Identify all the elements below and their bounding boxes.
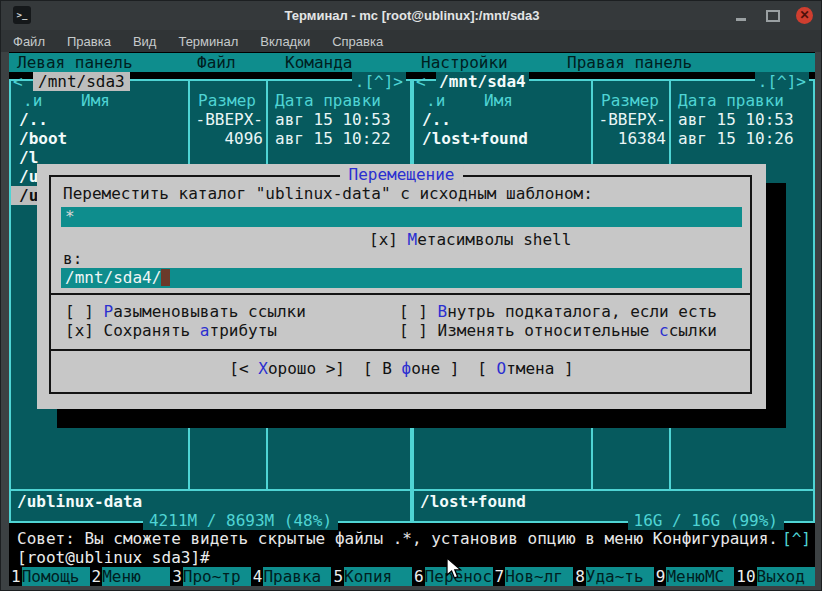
right-panel-path[interactable]: /mnt/sda4 xyxy=(436,72,529,91)
left-header-name[interactable]: Имя xyxy=(81,91,110,110)
relative-symlinks-checkbox[interactable]: [ ] Изменять относительные ссылки xyxy=(399,321,717,340)
fkey-menu[interactable]: 2Меню xyxy=(90,567,171,586)
function-key-bar: 1Помощь 2Меню 3Про~тр 4Правка 5Копия 6Пе… xyxy=(9,567,815,586)
dereference-checkbox[interactable]: [ ] Разыменовывать ссылки xyxy=(65,302,306,321)
right-panel-history-arrow[interactable]: < xyxy=(416,72,426,91)
source-mask-input[interactable]: * xyxy=(61,207,742,227)
right-panel-usage: 16G / 16G (99%) xyxy=(412,511,784,530)
fkey-help[interactable]: 1Помощь xyxy=(9,567,90,586)
fkey-mkdir[interactable]: 7Нов~лг xyxy=(493,567,574,586)
right-header-name[interactable]: Имя xyxy=(484,91,513,110)
file-row-name[interactable]: /u xyxy=(19,167,38,186)
menu-view[interactable]: Вид xyxy=(133,34,157,49)
mc-menu-file[interactable]: Файл xyxy=(197,53,236,72)
terminal-canvas[interactable]: Левая панель Файл Команда Настройки Прав… xyxy=(9,52,815,586)
menu-terminal[interactable]: Терминал xyxy=(178,34,238,49)
fkey-pulldn[interactable]: 9МенюМС xyxy=(654,567,735,586)
left-panel-path[interactable]: /mnt/sda3 xyxy=(33,72,130,91)
left-panel-history-arrow[interactable]: < xyxy=(13,72,23,91)
ok-button[interactable]: [< Хорошо >] xyxy=(229,359,345,378)
fkey-copy[interactable]: 5Копия xyxy=(331,567,412,586)
titlebar: >_ Терминал - mc [root@ublinux]:/mnt/sda… xyxy=(1,1,822,30)
minimize-button[interactable] xyxy=(732,7,750,25)
file-row-size: -ВВЕРХ- xyxy=(191,110,263,129)
left-header-size[interactable]: Размер xyxy=(191,91,263,110)
text-cursor xyxy=(161,269,170,286)
right-header-mtime[interactable]: Дата правки xyxy=(678,91,784,110)
fkey-view[interactable]: 3Про~тр xyxy=(170,567,251,586)
dialog-title: Перемещение xyxy=(340,166,464,184)
dialog-divider xyxy=(49,293,752,295)
file-row-name[interactable]: /l xyxy=(19,148,38,167)
file-row-name[interactable]: /.. xyxy=(422,110,451,129)
fkey-delete[interactable]: 8Уда~ть xyxy=(573,567,654,586)
terminal-window: >_ Терминал - mc [root@ublinux]:/mnt/sda… xyxy=(0,0,822,591)
file-row-size: -ВВЕРХ- xyxy=(594,110,666,129)
background-button[interactable]: [ В фоне ] xyxy=(363,359,459,378)
file-row-name[interactable]: /lost+found xyxy=(422,129,528,148)
minimize-icon xyxy=(736,18,746,21)
hint-line: Совет: Вы сможете видеть скрытые файлы .… xyxy=(17,529,778,548)
dialog-buttons: [< Хорошо >] [ В фоне ] [ Отмена ] xyxy=(37,359,766,378)
left-mini-status: /ublinux-data xyxy=(17,492,142,511)
mc-menu-command[interactable]: Команда xyxy=(285,53,352,72)
shell-patterns-checkbox[interactable]: [x] Метасимволы shell xyxy=(369,230,571,249)
maximize-button[interactable] xyxy=(764,7,782,25)
app-menubar: Файл Правка Вид Терминал Вкладки Справка xyxy=(1,30,822,52)
into-subdir-checkbox[interactable]: [ ] Внутрь подкаталога, если есть xyxy=(399,302,717,321)
left-panel-usage: 4211M / 8693M (48%) xyxy=(69,511,412,530)
right-mini-status: /lost+found xyxy=(420,492,526,511)
left-header-mtime[interactable]: Дата правки xyxy=(275,91,381,110)
move-dialog: Перемещение Переместить каталог "ublinux… xyxy=(37,164,766,409)
mc-menu-options[interactable]: Настройки xyxy=(421,53,508,72)
scroll-up-indicator[interactable]: [^] xyxy=(782,529,811,548)
dialog-prompt: Переместить каталог "ublinux-data" с исх… xyxy=(63,184,593,203)
cancel-button[interactable]: [ Отмена ] xyxy=(477,359,573,378)
right-panel-scroll-marker[interactable]: .[^]> xyxy=(752,72,809,91)
mc-menu-right-panel[interactable]: Правая панель xyxy=(567,53,692,72)
window-controls: ✕ xyxy=(732,1,813,30)
destination-input[interactable]: /mnt/sda4/ xyxy=(61,268,742,288)
window-title: Терминал - mc [root@ublinux]:/mnt/sda3 xyxy=(1,1,822,30)
dialog-divider xyxy=(49,349,752,351)
file-row-size: 4096 xyxy=(191,129,263,148)
mouse-cursor xyxy=(446,557,462,580)
menu-tabs[interactable]: Вкладки xyxy=(260,34,310,49)
file-row-mtime: авг 15 10:22 xyxy=(275,129,391,148)
file-row-name[interactable]: /.. xyxy=(19,110,48,129)
fkey-edit[interactable]: 4Правка xyxy=(251,567,332,586)
close-button[interactable]: ✕ xyxy=(796,7,813,24)
fkey-quit[interactable]: 10Выход xyxy=(734,567,815,586)
menu-help[interactable]: Справка xyxy=(332,34,383,49)
file-row-name[interactable]: /boot xyxy=(19,129,67,148)
menu-edit[interactable]: Правка xyxy=(67,34,111,49)
file-row-mtime: авг 15 10:26 xyxy=(678,129,794,148)
mc-menu-left-panel[interactable]: Левая панель xyxy=(17,53,133,72)
right-panel-ministatus-separator xyxy=(414,489,813,491)
preserve-attrs-checkbox[interactable]: [x] Сохранять атрибуты xyxy=(65,321,277,340)
menu-file[interactable]: Файл xyxy=(13,34,45,49)
shell-prompt[interactable]: [root@ublinux sda3]# xyxy=(17,548,219,567)
right-sort-marker: .и xyxy=(426,91,445,110)
left-panel-scroll-marker[interactable]: .[^]> xyxy=(349,72,406,91)
file-row-size: 16384 xyxy=(594,129,666,148)
file-row-mtime: авг 15 10:53 xyxy=(275,110,391,129)
right-header-size[interactable]: Размер xyxy=(594,91,666,110)
maximize-icon xyxy=(766,10,780,22)
left-panel-ministatus-separator xyxy=(11,489,410,491)
file-row-mtime: авг 15 10:53 xyxy=(678,110,794,129)
destination-label: в: xyxy=(63,249,82,268)
mc-menubar: Левая панель Файл Команда Настройки Прав… xyxy=(9,53,815,72)
left-sort-marker: .и xyxy=(23,91,42,110)
